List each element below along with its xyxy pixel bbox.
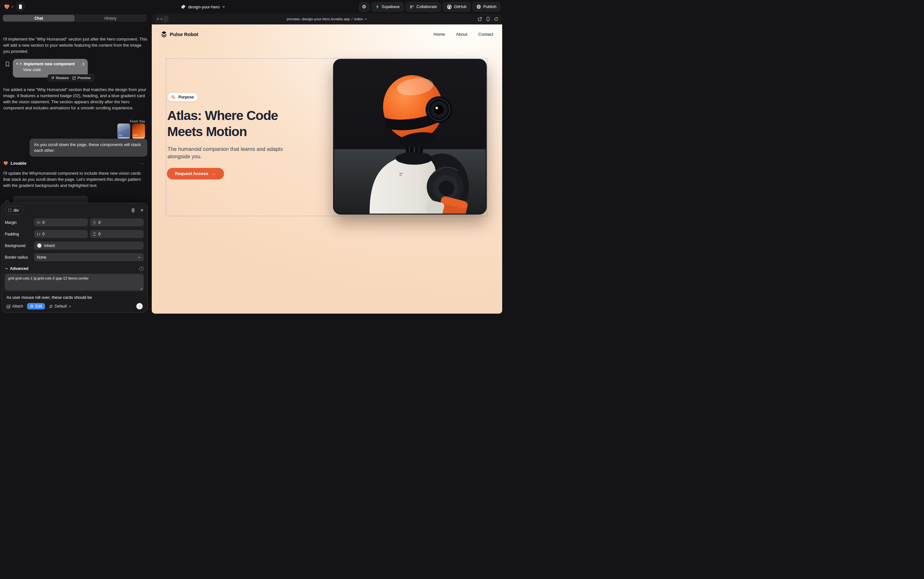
selected-element-chip[interactable]: div bbox=[5, 206, 23, 214]
external-link-icon bbox=[72, 76, 76, 80]
hero-heading: Atlas: Where Code Meets Motion bbox=[167, 108, 278, 140]
layers-logo-icon bbox=[161, 31, 167, 38]
margin-x-input[interactable]: 0 bbox=[34, 218, 88, 226]
tab-chat[interactable]: Chat bbox=[3, 15, 75, 21]
help-icon[interactable]: ? bbox=[139, 267, 144, 271]
view-code-link[interactable]: View code bbox=[23, 67, 85, 72]
sliders-icon bbox=[49, 304, 53, 308]
chat-panel: Chat History I'll implement the "Why Hum… bbox=[0, 13, 150, 316]
element-box-icon bbox=[8, 209, 11, 212]
margin-y-input[interactable]: 0 bbox=[90, 218, 144, 226]
chevron-down-icon bbox=[364, 18, 367, 20]
github-button[interactable]: GitHub bbox=[443, 2, 470, 11]
tab-history[interactable]: History bbox=[75, 15, 146, 21]
assistant-name: Lovable bbox=[11, 161, 26, 166]
close-icon[interactable]: × bbox=[140, 208, 144, 213]
supabase-icon bbox=[375, 5, 379, 9]
request-access-button[interactable]: Request Access → bbox=[167, 168, 224, 180]
arrow-up-icon: ↑ bbox=[139, 304, 140, 308]
site-canvas: Pulse Robot Home About Contact Purpose A… bbox=[152, 25, 502, 314]
padding-label: Padding bbox=[5, 232, 32, 236]
supabase-button[interactable]: Supabase bbox=[372, 2, 403, 11]
nav-contact[interactable]: Contact bbox=[478, 32, 493, 37]
attach-image-icon bbox=[7, 304, 11, 309]
padding-vertical-icon bbox=[93, 232, 96, 236]
site-header: Pulse Robot Home About Contact bbox=[161, 31, 493, 38]
composer-input[interactable]: As user mouse roll over, these cards sho… bbox=[7, 295, 143, 300]
attachment-thumbnail-orange[interactable] bbox=[132, 124, 145, 139]
restore-icon: ↺ bbox=[51, 75, 54, 80]
advanced-label: Advanced bbox=[10, 267, 28, 271]
message-menu-button[interactable]: ··· bbox=[139, 161, 144, 166]
chat-history-tabs: Chat History bbox=[3, 15, 147, 22]
margin-horizontal-icon bbox=[37, 221, 40, 224]
classes-textarea[interactable]: grid grid-cols-1 lg:grid-cols-2 gap-12 i… bbox=[5, 274, 144, 291]
model-mode-selector[interactable]: Default bbox=[49, 304, 71, 309]
padding-x-input[interactable]: 0 bbox=[34, 230, 88, 238]
chevron-down-icon bbox=[69, 306, 71, 307]
advanced-section-toggle[interactable]: Advanced ? bbox=[5, 267, 144, 271]
preview-button[interactable]: Preview bbox=[72, 76, 91, 80]
restore-button[interactable]: ↺ Restore bbox=[51, 75, 69, 80]
border-radius-select[interactable]: None bbox=[34, 253, 144, 261]
border-radius-label: Border radius bbox=[5, 255, 32, 260]
send-button[interactable]: ↑ bbox=[136, 303, 143, 309]
transparency-swatch-icon bbox=[37, 243, 42, 248]
from-you-label: From You bbox=[130, 119, 145, 123]
attach-button[interactable]: Attach bbox=[7, 304, 23, 309]
attached-images bbox=[118, 124, 145, 139]
gear-icon: ⚙ bbox=[362, 4, 366, 10]
element-tag: div bbox=[13, 208, 19, 213]
globe-icon bbox=[181, 5, 186, 9]
chat-composer[interactable]: As user mouse roll over, these cards sho… bbox=[2, 291, 148, 312]
refresh-icon[interactable] bbox=[494, 17, 498, 21]
assistant-message: I've added a new "Why Humanoid" section … bbox=[3, 87, 147, 111]
element-inspector-panel: div × Margin 0 bbox=[1, 203, 148, 302]
purpose-badge: Purpose bbox=[168, 93, 198, 101]
topbar: design-your-hero ⚙ Supabase Collaborate bbox=[0, 0, 504, 13]
padding-y-input[interactable]: 0 bbox=[90, 230, 144, 238]
tool-card-title: Implement new component bbox=[24, 62, 80, 66]
attachment-thumbnail-blue[interactable] bbox=[118, 124, 130, 139]
open-in-new-tab-icon[interactable] bbox=[478, 17, 482, 21]
collaborate-icon bbox=[410, 5, 414, 9]
resize-handle[interactable] bbox=[140, 288, 143, 291]
assistant-message: I'll update the WhyHumanoid component to… bbox=[3, 170, 147, 188]
pulse-icon bbox=[170, 93, 176, 101]
chevron-right-icon bbox=[82, 62, 85, 66]
collaborate-button[interactable]: Collaborate bbox=[406, 2, 441, 11]
code-preview-toggle[interactable]: < > bbox=[156, 15, 168, 23]
background-input[interactable]: Inherit bbox=[34, 242, 144, 250]
lovable-heart-icon bbox=[4, 4, 10, 10]
code-icon: < > bbox=[16, 62, 21, 66]
publish-globe-icon bbox=[477, 5, 481, 9]
nav-home[interactable]: Home bbox=[433, 32, 445, 37]
background-label: Background bbox=[5, 244, 32, 248]
edit-mode-button[interactable]: Edit bbox=[27, 303, 45, 309]
toggle-sidebar-button[interactable] bbox=[16, 3, 24, 11]
hero-robot-image bbox=[333, 59, 487, 214]
code-icon: < > bbox=[156, 15, 164, 23]
nav-about[interactable]: About bbox=[456, 32, 467, 37]
target-icon bbox=[30, 304, 34, 308]
sidebar-panel-icon bbox=[19, 5, 22, 9]
trash-icon[interactable] bbox=[131, 208, 135, 213]
chevron-down-icon bbox=[138, 256, 141, 258]
margin-label: Margin bbox=[5, 220, 32, 225]
preview-toolbar: < > preview--design-your-hero.lovable.ap… bbox=[152, 13, 502, 25]
mobile-view-icon[interactable] bbox=[486, 17, 490, 21]
preview-url[interactable]: preview--design-your-hero.lovable.app / … bbox=[152, 13, 502, 25]
hero-subtitle: The humanoid companion that learns and a… bbox=[168, 146, 283, 160]
lovable-logo-menu[interactable] bbox=[4, 4, 14, 10]
margin-vertical-icon bbox=[93, 221, 96, 224]
settings-button[interactable]: ⚙ bbox=[359, 2, 369, 11]
assistant-message: I'll implement the "Why Humanoid" sectio… bbox=[3, 36, 147, 54]
site-brand[interactable]: Pulse Robot bbox=[161, 31, 198, 38]
chevron-down-icon bbox=[5, 268, 8, 270]
preview-window: < > preview--design-your-hero.lovable.ap… bbox=[152, 13, 502, 314]
publish-button[interactable]: Publish bbox=[473, 2, 500, 11]
padding-horizontal-icon bbox=[37, 232, 40, 236]
chevron-down-icon bbox=[222, 6, 225, 8]
project-switcher[interactable]: design-your-hero bbox=[181, 0, 225, 13]
site-nav: Home About Contact bbox=[433, 32, 493, 37]
